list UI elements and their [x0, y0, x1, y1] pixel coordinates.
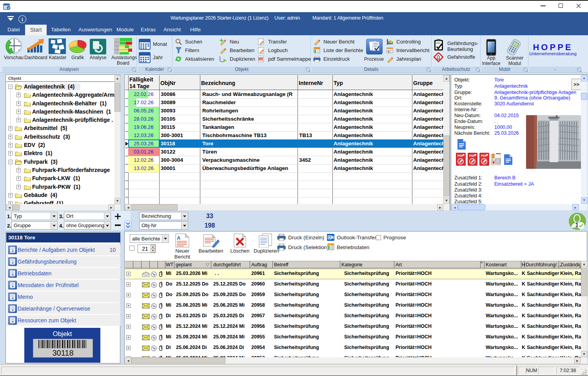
- svg-text:%: %: [388, 51, 390, 53]
- svg-text:A: A: [177, 235, 181, 241]
- svg-text:i: i: [22, 16, 23, 22]
- svg-text:O: O: [328, 235, 331, 240]
- svg-text:GBU: GBU: [436, 42, 441, 44]
- svg-text:PDF: PDF: [259, 58, 264, 60]
